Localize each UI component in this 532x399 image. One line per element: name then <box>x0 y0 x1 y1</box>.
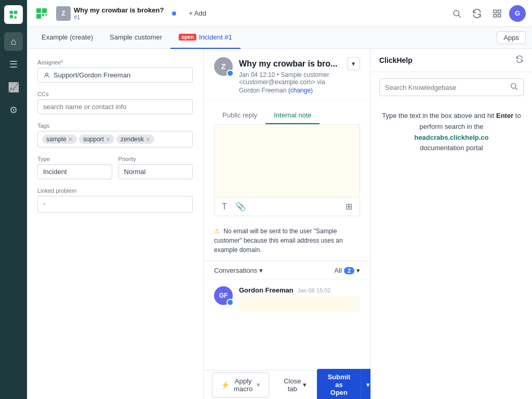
conversation-message: GF Gordon Freeman Jan 06 15:02 <box>204 280 370 318</box>
search-button[interactable] <box>449 6 464 21</box>
internal-note-tab[interactable]: Internal note <box>265 107 320 124</box>
sender-avatar: Z <box>214 57 233 76</box>
right-panel-refresh-button[interactable] <box>515 55 524 65</box>
conversations-count-badge: 2 <box>344 267 354 274</box>
right-panel-header: ClickHelp <box>371 49 532 72</box>
assignee-field[interactable]: Support/Gordon Freeman <box>37 68 193 83</box>
more-options-button[interactable]: ⊞ <box>343 201 354 212</box>
warning-box: ⚠ No email will be sent to the user "Sam… <box>204 222 370 261</box>
open-badge: open <box>179 34 196 41</box>
reply-text-area[interactable] <box>214 125 360 197</box>
center-panel: Z Why my crowbar is bro... ▾ Jan 04 12:1… <box>204 49 371 399</box>
macro-bolt-icon: ⚡ <box>221 381 230 389</box>
status-indicator <box>172 11 176 16</box>
svg-line-13 <box>515 88 517 90</box>
svg-rect-4 <box>45 14 47 16</box>
add-button[interactable]: + Add <box>184 7 210 19</box>
assignee-label: Assignee* <box>37 59 193 65</box>
cc-input[interactable] <box>43 103 187 111</box>
center-scroll-area: Z Why my crowbar is bro... ▾ Jan 04 12:1… <box>204 49 370 370</box>
apps-button[interactable]: Apps <box>497 31 526 44</box>
top-bar: Z Why my crowbar is broken? #1 + Add <box>27 0 532 27</box>
macro-chevron-icon: ▾ <box>257 381 260 389</box>
knowledge-search-bar[interactable] <box>379 78 524 96</box>
linked-problem-label: Linked problem <box>37 188 193 194</box>
reply-toolbar: T 📎 ⊞ <box>214 197 360 216</box>
tag-zendesk-remove[interactable]: × <box>146 136 150 143</box>
reply-tabs: Public reply Internal note <box>214 107 360 125</box>
tab-incident-1[interactable]: open Incident #1 <box>170 27 241 49</box>
type-select[interactable]: Incident <box>37 164 112 179</box>
avatar-badge <box>227 70 234 77</box>
svg-rect-8 <box>498 10 501 12</box>
svg-rect-1 <box>42 8 47 13</box>
reply-area: Public reply Internal note T 📎 ⊞ <box>204 101 370 222</box>
ticket-title: Why my crowbar is broken? <box>74 6 164 14</box>
svg-rect-7 <box>494 10 496 12</box>
brand-logo <box>33 5 50 22</box>
bottom-bar: ⚡ Apply macro ▾ Close tab ▾ Submit as Op <box>204 370 370 399</box>
right-panel-hint: Type the text in the box above and hit E… <box>379 111 524 154</box>
tag-support: support × <box>79 135 114 144</box>
svg-rect-9 <box>494 14 496 17</box>
refresh-button[interactable] <box>469 5 485 22</box>
home-nav-icon[interactable]: ⌂ <box>4 32 23 51</box>
right-panel: ClickHelp <box>371 49 532 399</box>
svg-rect-3 <box>42 14 44 16</box>
svg-rect-10 <box>498 14 501 17</box>
sidebar: ⌂ ☰ 📈 ⚙ <box>0 0 27 399</box>
priority-select[interactable]: Normal <box>118 164 193 179</box>
email-agent-line: Gordon Freeman (change) <box>239 87 360 94</box>
message-avatar: GF <box>214 286 233 305</box>
submit-button[interactable]: Submit as Open <box>317 369 361 399</box>
submit-dropdown-button[interactable]: ▾ <box>361 369 371 399</box>
ticket-logo-icon: Z <box>56 6 71 21</box>
tickets-nav-icon[interactable]: ☰ <box>4 55 23 74</box>
conversations-button[interactable]: Conversations ▾ <box>214 267 263 274</box>
email-dropdown-button[interactable]: ▾ <box>347 57 360 70</box>
tags-label: Tags <box>37 123 193 129</box>
reports-nav-icon[interactable]: 📈 <box>4 78 23 97</box>
text-format-button[interactable]: T <box>220 201 229 212</box>
svg-point-12 <box>511 84 516 88</box>
tag-support-remove[interactable]: × <box>106 136 110 143</box>
right-panel-title: ClickHelp <box>379 56 413 64</box>
close-tab-button[interactable]: Close tab ▾ <box>277 373 313 397</box>
ticket-title-block: Why my crowbar is broken? #1 <box>74 6 164 20</box>
tag-sample: sample × <box>42 135 77 144</box>
settings-nav-icon[interactable]: ⚙ <box>4 101 23 119</box>
svg-rect-0 <box>36 8 41 13</box>
left-panel: Assignee* Support/Gordon Freeman CCs Tag… <box>27 49 204 399</box>
tags-container: sample × support × zendesk × <box>37 131 193 148</box>
email-subject: Why my crowbar is bro... <box>239 59 337 69</box>
email-header: Z Why my crowbar is bro... ▾ Jan 04 12:1… <box>204 49 370 101</box>
message-author: Gordon Freeman <box>239 286 294 294</box>
tag-zendesk: zendesk × <box>116 135 154 144</box>
svg-point-5 <box>454 10 459 16</box>
tab-bar: Example (create) Sample customer open In… <box>27 27 532 49</box>
priority-label: Priority <box>118 156 193 162</box>
tab-example-create[interactable]: Example (create) <box>33 27 101 49</box>
tab-sample-customer[interactable]: Sample customer <box>101 27 170 49</box>
attach-button[interactable]: 📎 <box>233 201 248 212</box>
chevron-down-icon: ▾ <box>259 267 263 274</box>
conversations-bar: Conversations ▾ All 2 ▾ <box>204 261 370 280</box>
svg-rect-2 <box>36 14 41 19</box>
svg-line-6 <box>458 15 460 17</box>
tag-sample-remove[interactable]: × <box>69 136 73 143</box>
message-avatar-badge <box>227 299 234 306</box>
apply-macro-button[interactable]: ⚡ Apply macro ▾ <box>212 373 269 397</box>
change-link[interactable]: (change) <box>288 87 313 94</box>
cc-field[interactable] <box>37 99 193 114</box>
clickhelp-link[interactable]: headcrabs.clickhelp.co <box>414 134 488 141</box>
svg-point-11 <box>46 73 48 75</box>
public-reply-tab[interactable]: Public reply <box>214 107 265 124</box>
message-time: Jan 06 15:02 <box>298 287 331 294</box>
user-avatar[interactable]: G <box>509 5 526 22</box>
all-conversations-button[interactable]: All 2 ▾ <box>334 267 360 274</box>
grid-button[interactable] <box>489 6 505 21</box>
email-meta: Jan 04 12:10 • Sample customer <customer… <box>239 71 360 86</box>
knowledge-search-button[interactable] <box>510 82 518 92</box>
knowledge-search-input[interactable] <box>385 84 507 91</box>
linked-problem-field[interactable]: - <box>37 196 193 212</box>
